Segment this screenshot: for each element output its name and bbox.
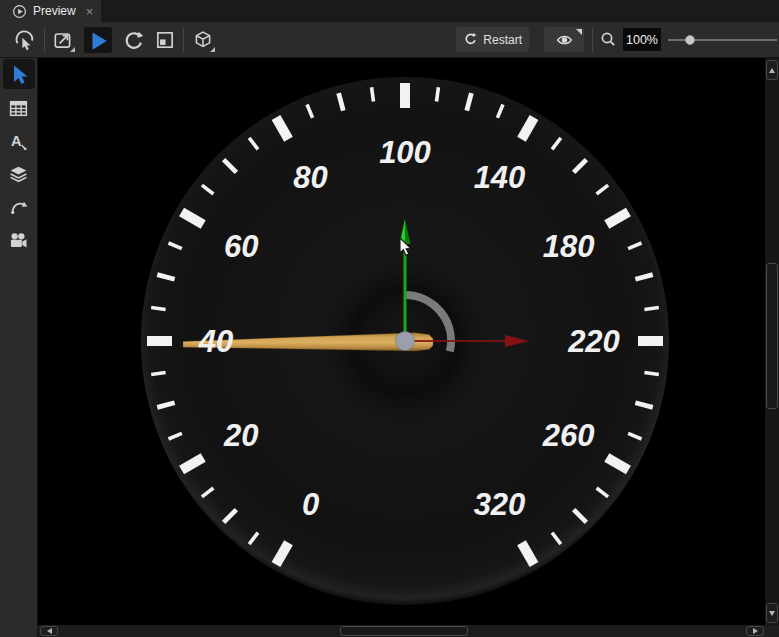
restart-button[interactable]: Restart (456, 27, 529, 52)
tab-close-icon[interactable]: × (86, 5, 94, 18)
play-tool-button[interactable] (84, 27, 112, 53)
right-arrow-icon (753, 628, 758, 634)
camera-tool-button[interactable] (4, 226, 34, 254)
gauge-label: 60 (224, 229, 258, 264)
horizontal-scrollbar-thumb[interactable] (340, 626, 468, 636)
layers-tool-button[interactable] (4, 160, 34, 188)
toolbar: Restart 100% (0, 22, 779, 58)
left-tool-sidebar: A (0, 58, 38, 637)
gauge-tick (437, 87, 439, 101)
gauge-label: 40 (198, 324, 233, 359)
application-window: Preview × Restart (0, 0, 779, 637)
dropdown-corner-icon (576, 29, 582, 35)
up-arrow-icon (769, 68, 775, 73)
gauge-label: 100 (379, 135, 431, 170)
zoom-slider[interactable] (668, 27, 779, 53)
interaction-tool-button[interactable] (11, 27, 37, 53)
horizontal-scrollbar[interactable] (38, 625, 765, 637)
rotate-tool-button[interactable] (120, 27, 146, 53)
text-tool-button[interactable]: A (4, 127, 34, 155)
transform-tool-button[interactable] (190, 27, 216, 53)
gizmo-center-handle[interactable] (396, 332, 415, 351)
connections-tool-button[interactable] (4, 193, 34, 221)
toolbar-separator (183, 28, 184, 52)
scroll-left-button[interactable] (40, 626, 58, 636)
toolbar-separator (44, 28, 45, 52)
preview-play-icon (12, 4, 27, 19)
frame-tool-button[interactable] (50, 27, 76, 53)
vertical-scrollbar-thumb[interactable] (766, 263, 778, 409)
scroll-right-button[interactable] (746, 626, 764, 636)
gauge-label: 260 (542, 418, 595, 453)
gauge-label: 320 (474, 487, 526, 522)
visibility-button[interactable] (544, 27, 584, 52)
gauge-tick (644, 373, 658, 375)
gauge-tick (151, 308, 165, 310)
down-arrow-icon (769, 611, 775, 616)
gauge-label: 220 (567, 324, 620, 359)
gauge-label: 0 (302, 487, 319, 522)
svg-text:A: A (11, 133, 22, 149)
zoom-icon (600, 31, 617, 48)
left-arrow-icon (47, 628, 52, 634)
gauge-label: 180 (543, 229, 595, 264)
preview-canvas[interactable]: 020406080100140180220260320 (39, 58, 765, 625)
zoom-value-field[interactable]: 100% (623, 28, 661, 51)
restart-label: Restart (483, 33, 522, 47)
zoom-slider-handle[interactable] (685, 35, 695, 45)
gauge-label: 20 (223, 418, 258, 453)
gauge-label: 80 (293, 160, 327, 195)
scrollbar-corner (765, 625, 779, 637)
tab-title: Preview (33, 4, 76, 18)
vertical-scrollbar[interactable] (765, 58, 779, 625)
speedometer-gauge: 020406080100140180220260320 (39, 58, 765, 625)
select-tool-button[interactable] (3, 59, 35, 89)
dropdown-corner-icon (210, 47, 215, 52)
tab-preview[interactable]: Preview × (0, 0, 101, 22)
scroll-down-button[interactable] (766, 603, 778, 623)
tab-bar: Preview × (0, 0, 779, 22)
table-tool-button[interactable] (4, 94, 34, 122)
dropdown-corner-icon (70, 47, 75, 52)
bounds-tool-button[interactable] (152, 27, 178, 53)
gauge-tick (372, 87, 374, 101)
gauge-tick (644, 308, 658, 310)
scroll-up-button[interactable] (766, 60, 778, 80)
toolbar-separator (592, 28, 593, 52)
gauge-label: 140 (474, 160, 526, 195)
gauge-tick (151, 373, 165, 375)
